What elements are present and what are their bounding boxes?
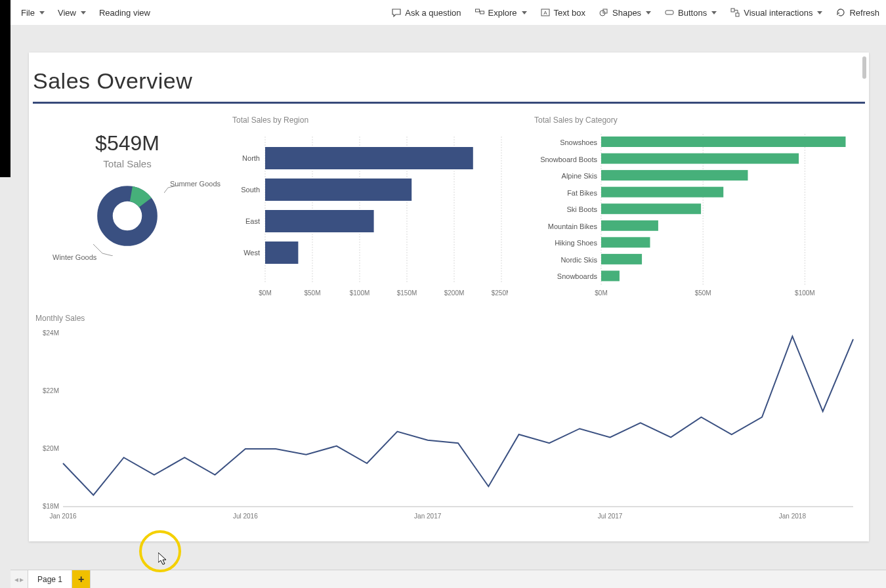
svg-text:A: A [543,10,547,16]
view-menu-label: View [58,8,76,18]
svg-text:$200M: $200M [444,289,465,297]
svg-text:Fat Bikes: Fat Bikes [567,189,597,197]
svg-rect-37 [601,136,845,147]
svg-text:$50M: $50M [695,289,711,297]
visual-interactions-label: Visual interactions [744,8,812,18]
svg-rect-41 [601,170,748,180]
refresh-label: Refresh [849,8,879,18]
view-menu[interactable]: View [51,0,93,25]
refresh-button[interactable]: Refresh [829,0,886,25]
svg-text:$0M: $0M [259,289,271,297]
left-app-bar [0,0,11,177]
line-chart[interactable]: Monthly Sales $24M$22M$20M$18MJan 2016Ju… [29,314,869,522]
svg-rect-53 [601,270,620,281]
svg-rect-49 [601,237,650,247]
svg-text:$100M: $100M [350,289,370,297]
shapes-icon [599,7,609,18]
svg-rect-25 [265,178,411,201]
category-bar-chart[interactable]: Total Sales by Category $0M$50M$100MSnow… [528,112,869,304]
ask-question-button[interactable]: Ask a question [385,0,467,25]
svg-rect-1 [480,11,484,14]
svg-text:$24M: $24M [43,329,59,337]
kpi-value: $549M [29,131,226,156]
svg-text:Jan 2017: Jan 2017 [414,513,442,520]
svg-text:Mountain Bikes: Mountain Bikes [548,222,598,230]
svg-text:East: East [245,217,260,225]
svg-rect-27 [265,210,374,232]
svg-rect-43 [601,187,723,198]
svg-rect-51 [601,254,642,264]
chevron-down-icon [522,11,527,14]
file-menu[interactable]: File [14,0,51,25]
page-tab-label: Page 1 [37,575,62,584]
kpi-label: Total Sales [29,158,226,169]
svg-text:Ski Boots: Ski Boots [567,205,598,213]
svg-text:Hiking Shoes: Hiking Shoes [555,239,597,247]
region-bar-chart[interactable]: Total Sales by Region $0M$50M$100M$150M$… [226,112,528,304]
title-rule [33,102,865,104]
textbox-icon: A [540,7,551,18]
buttons-icon [664,7,675,18]
chevron-down-icon [39,11,45,14]
region-chart-title: Total Sales by Region [232,116,521,125]
svg-text:Jan 2018: Jan 2018 [779,513,807,520]
chevron-down-icon [817,11,822,14]
shapes-menu[interactable]: Shapes [592,0,658,25]
svg-rect-39 [601,154,799,164]
chevron-down-icon [711,11,717,14]
svg-text:$20M: $20M [43,445,59,452]
refresh-icon [835,7,846,18]
page-nav-arrows[interactable]: ◂ ▸ [11,570,28,588]
svg-text:Snowshoes: Snowshoes [560,138,597,146]
buttons-menu[interactable]: Buttons [658,0,723,25]
donut-label-winter: Winter Goods [53,253,96,261]
svg-rect-23 [265,147,473,169]
svg-text:Snowboards: Snowboards [557,272,598,280]
explore-menu[interactable]: Explore [468,0,534,25]
plus-icon: + [78,574,84,585]
svg-text:$250M: $250M [492,289,508,297]
svg-rect-0 [475,9,479,12]
svg-rect-45 [601,203,701,214]
svg-text:$100M: $100M [795,289,815,297]
chat-icon [391,7,402,18]
svg-text:Snowboard Boots: Snowboard Boots [540,156,597,163]
visual-interactions-menu[interactable]: Visual interactions [723,0,829,25]
reading-view-label: Reading view [99,8,150,18]
chevron-down-icon [646,11,651,14]
svg-rect-7 [731,9,734,12]
ask-question-label: Ask a question [405,8,461,18]
svg-text:North: North [242,154,260,162]
svg-text:Jan 2016: Jan 2016 [49,513,77,520]
page-tab-strip: ◂ ▸ Page 1 + [11,570,886,588]
scrollbar-thumb[interactable] [862,56,866,79]
top-toolbar: File View Reading view Ask a question Ex… [11,0,886,25]
category-chart-title: Total Sales by Category [534,116,862,125]
svg-rect-6 [665,10,673,14]
kpi-card[interactable]: $549M Total Sales Summer Goods Winter Go… [29,112,226,304]
explore-icon [475,7,485,18]
svg-rect-47 [601,220,658,231]
report-title: Sales Overview [29,52,869,98]
textbox-label: Text box [554,8,585,18]
textbox-button[interactable]: A Text box [534,0,592,25]
svg-text:$22M: $22M [43,387,59,394]
buttons-label: Buttons [678,8,707,18]
explore-label: Explore [488,8,517,18]
chevron-down-icon [81,11,86,14]
svg-text:Nordic Skis: Nordic Skis [560,256,597,264]
svg-text:South: South [241,186,260,194]
shapes-label: Shapes [612,8,641,18]
cursor-icon [158,553,169,568]
svg-text:Jul 2017: Jul 2017 [598,513,623,520]
svg-text:Jul 2016: Jul 2016 [233,513,258,520]
add-page-button[interactable]: + [72,570,91,588]
page-prev-icon: ◂ [14,575,18,584]
svg-text:$150M: $150M [397,289,417,297]
svg-text:$50M: $50M [304,289,320,297]
page-tab-1[interactable]: Page 1 [28,570,72,588]
reading-view-button[interactable]: Reading view [93,0,157,25]
donut-chart[interactable]: Summer Goods Winter Goods [29,180,226,272]
line-chart-title: Monthly Sales [35,314,862,323]
svg-text:$0M: $0M [595,289,607,297]
